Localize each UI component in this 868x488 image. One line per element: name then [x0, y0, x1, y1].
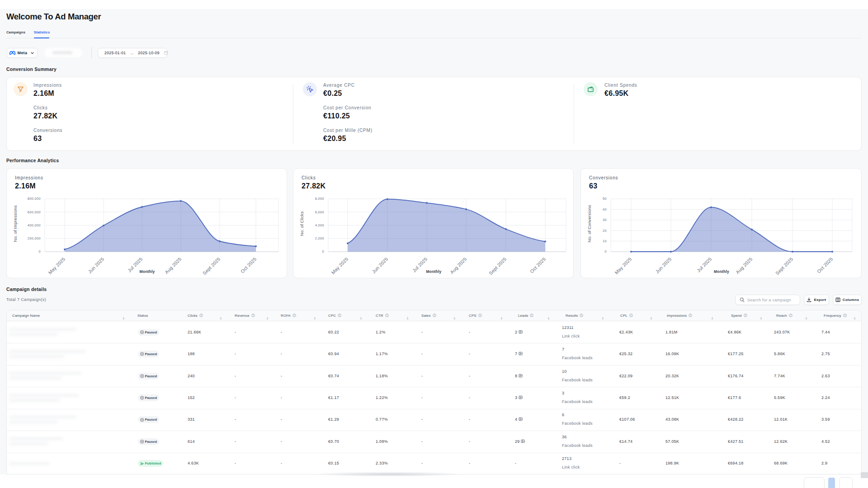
svg-text:No. of Conversions: No. of Conversions [587, 205, 592, 243]
svg-text:Oct 2025: Oct 2025 [240, 256, 258, 274]
svg-text:40: 40 [603, 207, 607, 211]
svg-text:10: 10 [603, 239, 607, 243]
svg-text:Jul 2025: Jul 2025 [696, 256, 713, 273]
svg-text:8,000: 8,000 [315, 197, 324, 201]
svg-text:0: 0 [322, 249, 324, 253]
svg-text:4,000: 4,000 [315, 223, 324, 227]
svg-text:Monthly: Monthly [140, 269, 155, 274]
svg-text:6,000: 6,000 [315, 210, 324, 214]
svg-text:Monthly: Monthly [714, 269, 729, 274]
svg-text:2,000: 2,000 [315, 236, 324, 240]
svg-text:Sept 2025: Sept 2025 [774, 256, 794, 276]
svg-text:200,000: 200,000 [28, 236, 41, 240]
svg-text:May 2025: May 2025 [330, 256, 349, 275]
svg-text:30: 30 [603, 218, 607, 222]
svg-text:May 2025: May 2025 [47, 256, 66, 275]
svg-text:0: 0 [605, 249, 607, 253]
svg-text:Sept 2025: Sept 2025 [202, 256, 222, 276]
svg-text:400,000: 400,000 [28, 223, 41, 227]
svg-text:Jun 2025: Jun 2025 [87, 256, 105, 274]
svg-text:No. of Impressions: No. of Impressions [13, 205, 18, 242]
svg-text:Aug 2025: Aug 2025 [735, 256, 753, 275]
svg-text:600,000: 600,000 [28, 210, 41, 214]
svg-text:May 2025: May 2025 [613, 256, 632, 275]
svg-text:No. of Clicks: No. of Clicks [299, 211, 304, 236]
svg-text:Monthly: Monthly [426, 269, 442, 274]
svg-text:Aug 2025: Aug 2025 [164, 256, 182, 275]
svg-text:Aug 2025: Aug 2025 [449, 256, 467, 275]
svg-text:Jun 2025: Jun 2025 [371, 256, 389, 274]
svg-text:20: 20 [603, 229, 607, 233]
svg-text:Jun 2025: Jun 2025 [654, 256, 672, 274]
svg-text:Oct 2025: Oct 2025 [816, 256, 834, 274]
svg-text:800,000: 800,000 [28, 197, 41, 201]
svg-text:50: 50 [603, 197, 607, 201]
svg-text:0: 0 [39, 249, 41, 253]
svg-text:Oct 2025: Oct 2025 [529, 256, 547, 274]
svg-text:Sept 2025: Sept 2025 [488, 256, 508, 276]
